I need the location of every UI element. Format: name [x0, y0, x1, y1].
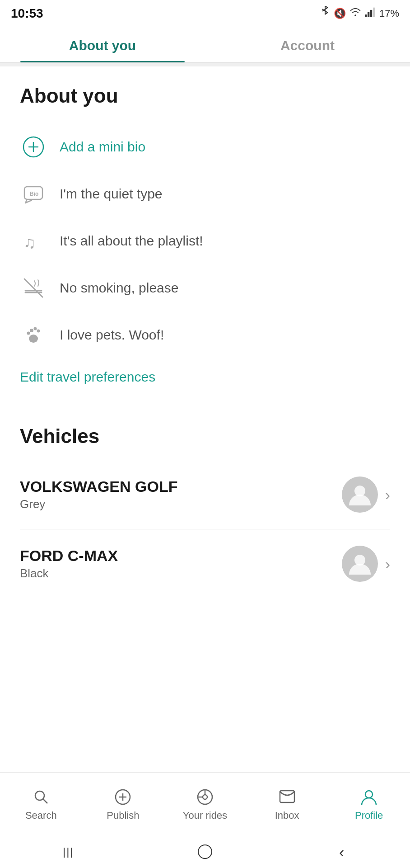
status-bar: 10:53 🔇 17%	[0, 0, 410, 25]
bottom-nav: Search Publish Your rides Inbox	[0, 772, 410, 835]
svg-line-12	[24, 279, 42, 297]
mute-icon: 🔇	[334, 8, 346, 19]
svg-rect-3	[373, 8, 375, 17]
vehicle-avatar-vw	[342, 476, 378, 513]
chevron-right-ford: ›	[385, 555, 390, 573]
nav-rides-label: Your rides	[183, 810, 227, 821]
about-you-title: About you	[20, 85, 390, 107]
svg-point-14	[34, 327, 37, 330]
svg-point-15	[37, 330, 40, 333]
svg-text:♫: ♫	[23, 233, 36, 252]
music-icon: ♫	[20, 227, 47, 255]
pets-text: I love pets. Woof!	[60, 327, 164, 343]
svg-rect-1	[368, 12, 369, 17]
android-back-button[interactable]: ‹	[328, 843, 355, 861]
tabs-container: About you Account	[0, 25, 410, 63]
vehicle-divider	[20, 529, 390, 529]
chat-icon: Bio	[20, 180, 47, 208]
playlist-item[interactable]: ♫ It's all about the playlist!	[20, 217, 390, 264]
vehicle-right-ford: ›	[342, 546, 390, 582]
pets-item[interactable]: I love pets. Woof!	[20, 311, 390, 359]
vehicle-item-ford[interactable]: FORD C-MAX Black ›	[20, 533, 390, 594]
svg-line-21	[43, 799, 47, 803]
nav-inbox-label: Inbox	[275, 810, 299, 821]
vehicle-item-vw[interactable]: VOLKSWAGEN GOLF Grey ›	[20, 464, 390, 525]
vehicle-color-vw: Grey	[20, 497, 177, 511]
vehicles-section: Vehicles VOLKSWAGEN GOLF Grey › FORD C-M…	[0, 407, 410, 594]
nav-publish[interactable]: Publish	[82, 773, 164, 835]
vehicles-title: Vehicles	[20, 425, 390, 448]
nosmoking-text: No smoking, please	[60, 280, 178, 296]
add-bio-icon	[20, 133, 47, 160]
chevron-right-vw: ›	[385, 486, 390, 504]
nav-inbox[interactable]: Inbox	[246, 773, 328, 835]
android-home-button[interactable]	[191, 843, 219, 861]
vehicle-right-vw: ›	[342, 476, 390, 513]
svg-point-26	[203, 795, 207, 799]
nosmoking-item[interactable]: No smoking, please	[20, 264, 390, 311]
tab-about-you[interactable]: About you	[0, 25, 205, 62]
nav-search[interactable]: Search	[0, 773, 82, 835]
quiet-type-item[interactable]: Bio I'm the quiet type	[20, 170, 390, 217]
add-bio-item[interactable]: Add a mini bio	[20, 123, 390, 170]
vehicles-divider	[20, 403, 390, 403]
vehicle-color-ford: Black	[20, 566, 118, 580]
nosmoking-icon	[20, 274, 47, 302]
svg-point-13	[30, 329, 33, 332]
wifi-icon	[349, 7, 361, 20]
svg-point-16	[27, 332, 30, 335]
signal-icon	[365, 7, 376, 20]
svg-rect-29	[280, 791, 294, 802]
nav-profile-label: Profile	[355, 810, 383, 821]
nav-profile[interactable]: Profile	[328, 773, 410, 835]
svg-point-30	[365, 791, 373, 798]
pets-icon	[20, 321, 47, 349]
playlist-text: It's all about the playlist!	[60, 233, 203, 249]
add-bio-label: Add a mini bio	[60, 139, 145, 155]
vehicle-info-vw: VOLKSWAGEN GOLF Grey	[20, 478, 177, 511]
nav-search-label: Search	[25, 810, 57, 821]
nav-rides[interactable]: Your rides	[164, 773, 246, 835]
vehicle-name-ford: FORD C-MAX	[20, 547, 118, 565]
status-time: 10:53	[11, 6, 43, 21]
svg-text:Bio: Bio	[30, 191, 38, 197]
tab-account[interactable]: Account	[205, 25, 410, 62]
about-you-section: About you Add a mini bio Bio I'm the qui…	[0, 66, 410, 403]
vehicle-info-ford: FORD C-MAX Black	[20, 547, 118, 580]
svg-rect-31	[198, 845, 212, 859]
vehicle-name-vw: VOLKSWAGEN GOLF	[20, 478, 177, 495]
svg-rect-2	[370, 10, 372, 17]
svg-rect-0	[365, 14, 367, 17]
bluetooth-icon	[320, 6, 330, 21]
nav-publish-label: Publish	[107, 810, 139, 821]
android-menu-button[interactable]: |||	[55, 843, 82, 861]
svg-point-17	[29, 335, 38, 343]
edit-travel-preferences-link[interactable]: Edit travel preferences	[20, 359, 155, 399]
android-nav-bar: ||| ‹	[0, 835, 410, 868]
battery-icon: 17%	[379, 8, 399, 19]
status-icons: 🔇 17%	[320, 6, 399, 21]
vehicle-avatar-ford	[342, 546, 378, 582]
quiet-type-text: I'm the quiet type	[60, 186, 163, 202]
section-divider-thick	[0, 63, 410, 66]
